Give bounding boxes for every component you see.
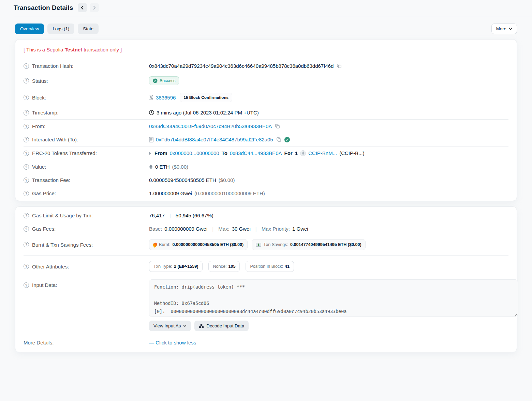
transaction-hash-row: Transaction Hash: 0x843dc70a4a29d79234c4… bbox=[24, 59, 508, 73]
transfer-to-address[interactable]: 0x83dC44...4933BE0A bbox=[230, 150, 282, 156]
block-confirmations-badge: 15 Block Confirmations bbox=[180, 93, 232, 102]
help-icon[interactable] bbox=[24, 242, 29, 247]
txn-type-badge: Txn Type: 2 (EIP-1559) bbox=[149, 261, 203, 272]
nonce-badge: Nonce: 105 bbox=[208, 261, 240, 272]
chevron-down-icon bbox=[509, 28, 512, 30]
copy-icon bbox=[276, 137, 281, 142]
help-icon[interactable] bbox=[24, 110, 29, 115]
txn-type-value: 2 (EIP-1559) bbox=[174, 264, 198, 269]
gas-limit-value: 76,417 bbox=[149, 213, 165, 218]
gas-fees-base-value: 0.000000009 Gwei bbox=[164, 226, 207, 232]
chevron-left-icon bbox=[80, 6, 84, 10]
block-link[interactable]: 3836596 bbox=[156, 95, 176, 101]
txn-savings-label: Txn Savings: bbox=[263, 242, 288, 247]
details-card: Gas Limit & Usage by Txn: 76,417 50,945 … bbox=[15, 206, 517, 352]
transfer-to-label: To bbox=[222, 150, 227, 156]
value-label: Value: bbox=[32, 164, 46, 170]
interacted-with-row: Interacted With (To): 0xFd57b4ddBf88a4e0… bbox=[24, 133, 508, 146]
burnt-savings-row: Burnt & Txn Savings Fees: Burnt: 0.00000… bbox=[24, 235, 508, 255]
burnt-savings-label: Burnt & Txn Savings Fees: bbox=[32, 242, 93, 248]
gas-limit-label: Gas Limit & Usage by Txn: bbox=[32, 213, 93, 218]
block-row: Block: 3836596 15 Block Confirmations bbox=[24, 89, 508, 106]
gas-fees-label-group: Gas Fees: bbox=[24, 226, 149, 232]
gas-fees-row: Gas Fees: Base: 0.000000009 Gwei Max: 30… bbox=[24, 222, 508, 235]
view-input-as-button[interactable]: View Input As bbox=[149, 321, 191, 331]
help-icon[interactable] bbox=[24, 264, 29, 269]
help-icon[interactable] bbox=[24, 282, 29, 288]
help-icon[interactable] bbox=[24, 164, 29, 170]
token-link[interactable]: CCIP-BnM... bbox=[308, 150, 337, 156]
position-in-block-value: 41 bbox=[285, 264, 290, 269]
help-icon[interactable] bbox=[24, 63, 29, 69]
transfer-from-address[interactable]: 0x000000...00000000 bbox=[170, 150, 219, 156]
help-icon[interactable] bbox=[24, 151, 29, 156]
page-title: Transaction Details bbox=[14, 4, 73, 12]
from-row: From: 0x83dC44a4C00DFf69d0A0c7c94B20b53a… bbox=[24, 120, 508, 133]
burnt-badge: Burnt: 0.000000000000458505 ETH ($0.00) bbox=[149, 239, 248, 250]
gas-price-label: Gas Price: bbox=[32, 190, 56, 196]
help-icon[interactable] bbox=[24, 124, 29, 129]
help-icon[interactable] bbox=[24, 213, 29, 218]
status-badge: Success bbox=[149, 76, 179, 85]
transaction-fee-usd: ($0.00) bbox=[219, 177, 235, 183]
gas-fees-max-label: Max: bbox=[218, 226, 230, 232]
copy-from-address-button[interactable] bbox=[274, 124, 281, 129]
burnt-value: 0.000000000000458505 ETH ($0.00) bbox=[173, 242, 244, 247]
input-data-textarea[interactable]: Function: drip(address token) *** Method… bbox=[149, 279, 518, 317]
txn-savings-badge: Txn Savings: 0.001477404999541495 ETH ($… bbox=[252, 239, 365, 250]
more-button[interactable]: More bbox=[491, 24, 517, 34]
status-row: Status: Success bbox=[24, 73, 508, 89]
gas-limit-label-group: Gas Limit & Usage by Txn: bbox=[24, 213, 149, 218]
transaction-hash-label-group: Transaction Hash: bbox=[24, 63, 149, 69]
more-button-label: More bbox=[496, 26, 506, 31]
gas-usage-value: 50,945 (66.67%) bbox=[176, 213, 213, 218]
eth-glyph-icon bbox=[302, 151, 305, 155]
from-address-link[interactable]: 0x83dC44a4C00DFf69d0A0c7c94B20b53a4933BE… bbox=[149, 123, 272, 129]
help-icon[interactable] bbox=[24, 191, 29, 196]
token-symbol: (CCIP-B...) bbox=[339, 150, 364, 156]
gas-price-label-group: Gas Price: bbox=[24, 190, 149, 196]
help-icon[interactable] bbox=[24, 78, 29, 83]
clock-icon bbox=[149, 110, 154, 115]
more-details-label: More Details: bbox=[24, 340, 54, 345]
chevron-right-icon bbox=[92, 6, 96, 10]
previous-transaction-button[interactable] bbox=[78, 3, 87, 12]
help-icon[interactable] bbox=[24, 226, 29, 232]
overview-card: [ This is a Sepolia Testnet transaction … bbox=[15, 39, 517, 201]
show-less-link[interactable]: — Click to show less bbox=[149, 340, 196, 345]
other-attributes-row: Other Attributes: Txn Type: 2 (EIP-1559)… bbox=[24, 256, 508, 276]
separator bbox=[167, 213, 173, 218]
from-label: From: bbox=[32, 123, 45, 129]
erc20-transfer-row: ERC-20 Tokens Transferred: From 0x000000… bbox=[24, 146, 508, 160]
tab-overview[interactable]: Overview bbox=[15, 24, 44, 34]
separator bbox=[210, 226, 216, 232]
value-usd: ($0.00) bbox=[172, 164, 189, 170]
input-data-buttons: View Input As Decode Input Data bbox=[149, 321, 518, 331]
help-icon[interactable] bbox=[24, 178, 29, 183]
interacted-with-address-link[interactable]: 0xFd57b4ddBf88a4e07fF4e34C487b99af2Fe82a… bbox=[156, 137, 273, 142]
help-icon[interactable] bbox=[24, 137, 29, 142]
status-badge-label: Success bbox=[160, 78, 175, 83]
fire-icon bbox=[152, 242, 158, 248]
decode-input-data-button[interactable]: Decode Input Data bbox=[194, 321, 249, 331]
interacted-with-label-group: Interacted With (To): bbox=[24, 137, 149, 142]
status-label: Status: bbox=[32, 78, 48, 84]
copy-icon bbox=[275, 124, 280, 129]
copy-transaction-hash-button[interactable] bbox=[336, 63, 342, 68]
testnet-notice-bold: Testnet bbox=[65, 47, 83, 52]
from-label-group: From: bbox=[24, 123, 149, 129]
gas-fees-priority-value: 1 Gwei bbox=[292, 226, 308, 232]
next-transaction-button[interactable] bbox=[90, 3, 99, 12]
nonce-value: 105 bbox=[228, 264, 235, 269]
copy-contract-address-button[interactable] bbox=[276, 137, 282, 142]
value-amount: 0 ETH bbox=[155, 164, 170, 170]
tab-logs[interactable]: Logs (1) bbox=[47, 24, 74, 34]
check-circle-icon bbox=[153, 78, 158, 83]
other-attributes-label: Other Attributes: bbox=[32, 264, 69, 269]
nonce-label: Nonce: bbox=[213, 264, 226, 269]
verified-check-icon bbox=[284, 137, 290, 142]
tab-state[interactable]: State bbox=[78, 24, 99, 34]
help-icon[interactable] bbox=[24, 95, 29, 100]
more-details-row: More Details: — Click to show less bbox=[24, 335, 508, 351]
timestamp-label-group: Timestamp: bbox=[24, 110, 149, 115]
